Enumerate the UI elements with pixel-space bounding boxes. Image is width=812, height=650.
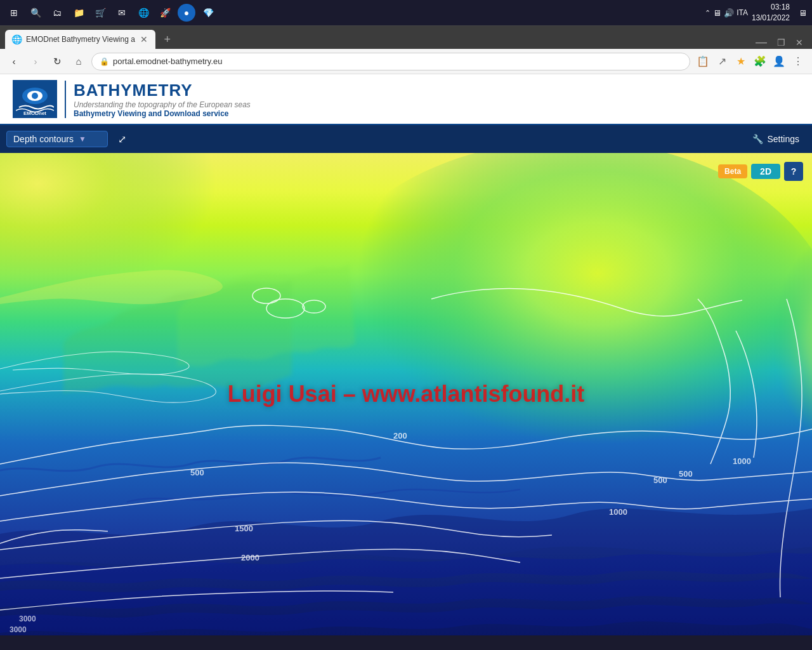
url-bar[interactable]: 🔒 portal.emodnet-bathymetry.eu — [91, 53, 690, 70]
taskbar-right: ⌃ 🖥 🔊 ITA 03:18 13/01/2022 🖥 — [705, 2, 807, 23]
svg-text:1000: 1000 — [609, 507, 627, 517]
logo-area: EMODnet BATHYMETRY Understanding the top… — [13, 80, 251, 118]
rocket-icon[interactable]: 🚀 — [156, 4, 174, 22]
taskbar: ⊞ 🔍 🗂 📁 🛒 ✉ 🌐 🚀 ● 💎 ⌃ 🖥 🔊 ITA 03:18 13/0… — [0, 0, 812, 25]
menu-icon[interactable]: ⋮ — [789, 53, 807, 70]
system-tray: ⌃ 🖥 🔊 ITA — [705, 8, 748, 18]
tray-screen[interactable]: 🖥 — [713, 8, 721, 18]
2d-view-button[interactable]: 2D — [751, 164, 780, 179]
forward-button[interactable]: › — [27, 53, 44, 70]
beta-badge[interactable]: Beta — [718, 164, 747, 178]
date-display: 13/01/2022 — [752, 13, 790, 23]
language-indicator[interactable]: ITA — [737, 8, 748, 17]
settings-wrench-icon: 🔧 — [752, 134, 763, 144]
active-tab[interactable]: 🌐 EMODnet Bathymetry Viewing a ✕ — [5, 30, 155, 49]
search-icon[interactable]: 🔍 — [27, 4, 44, 22]
svg-text:200: 200 — [393, 431, 407, 441]
browser-chrome: 🌐 EMODnet Bathymetry Viewing a ✕ + — ❐ ✕… — [0, 25, 812, 74]
svg-point-2 — [32, 93, 38, 99]
home-button[interactable]: ⌂ — [70, 53, 88, 70]
map-overlay-buttons: Beta 2D ? — [718, 162, 803, 181]
bookmark-icon[interactable]: ★ — [732, 53, 750, 70]
map-area[interactable]: 200 500 500 500 1000 1000 1500 2000 — [0, 153, 812, 635]
profile-icon[interactable]: 👤 — [770, 53, 788, 70]
settings-label: Settings — [767, 134, 799, 144]
nav-bar: ‹ › ↻ ⌂ 🔒 portal.emodnet-bathymetry.eu 📋… — [0, 49, 812, 74]
cast-icon[interactable]: 📋 — [694, 53, 712, 70]
svg-text:EMODnet: EMODnet — [23, 110, 46, 115]
clock[interactable]: 03:18 13/01/2022 — [752, 2, 790, 23]
gem-icon[interactable]: 💎 — [199, 4, 217, 22]
emodnet-logo-icon: EMODnet — [13, 80, 57, 118]
svg-text:500: 500 — [679, 469, 693, 479]
share-icon[interactable]: ↗ — [713, 53, 731, 70]
svg-text:1000: 1000 — [733, 456, 751, 466]
close-button[interactable]: ✕ — [792, 37, 807, 48]
tab-favicon: 🌐 — [11, 34, 22, 44]
bathymetry-map: 200 500 500 500 1000 1000 1500 2000 — [0, 153, 812, 635]
site-header: EMODnet BATHYMETRY Understanding the top… — [0, 74, 812, 125]
minimize-button[interactable]: — — [752, 36, 771, 49]
depth-contours-dropdown[interactable]: Depth contours ▼ — [6, 131, 108, 147]
tab-close-button[interactable]: ✕ — [139, 33, 149, 46]
tray-speaker[interactable]: 🔊 — [724, 8, 734, 18]
site-subtitle1: Understanding the topography of the Euro… — [74, 100, 251, 109]
svg-text:3000: 3000 — [19, 614, 36, 623]
browser-edge-icon[interactable]: 🌐 — [134, 4, 152, 22]
svg-text:500: 500 — [190, 468, 204, 477]
taskbar-left: ⊞ 🔍 🗂 📁 🛒 ✉ 🌐 🚀 ● 💎 — [5, 4, 217, 22]
refresh-button[interactable]: ↻ — [48, 53, 66, 70]
taskview-icon[interactable]: 🗂 — [48, 4, 66, 22]
svg-text:500: 500 — [653, 475, 667, 485]
secure-lock-icon: 🔒 — [100, 57, 109, 66]
time-display: 03:18 — [752, 2, 790, 13]
logo-text-area: BATHYMETRY Understanding the topography … — [65, 81, 251, 118]
help-button[interactable]: ? — [784, 162, 803, 181]
notification-icon[interactable]: 🖥 — [799, 8, 807, 18]
new-tab-button[interactable]: + — [158, 30, 177, 49]
expand-button[interactable]: ⤢ — [112, 129, 132, 149]
map-toolbar: Depth contours ▼ ⤢ 🔧 Settings — [0, 125, 812, 153]
settings-button[interactable]: 🔧 Settings — [746, 131, 806, 147]
start-button[interactable]: ⊞ — [5, 4, 23, 22]
mail-icon[interactable]: ✉ — [113, 4, 131, 22]
tab-label: EMODnet Bathymetry Viewing a — [26, 35, 135, 44]
chrome-icon[interactable]: ● — [178, 4, 195, 22]
tab-bar: 🌐 EMODnet Bathymetry Viewing a ✕ + — ❐ ✕ — [0, 26, 812, 49]
dropdown-label: Depth contours — [13, 134, 74, 144]
dropdown-arrow-icon: ▼ — [79, 135, 86, 143]
svg-text:1500: 1500 — [235, 524, 253, 533]
browser-action-icons: 📋 ↗ ★ 🧩 👤 ⋮ — [694, 53, 807, 70]
store-icon[interactable]: 🛒 — [91, 4, 109, 22]
restore-button[interactable]: ❐ — [773, 37, 789, 48]
site-subtitle2: Bathymetry Viewing and Download service — [74, 109, 251, 118]
extensions-icon[interactable]: 🧩 — [751, 53, 769, 70]
back-button[interactable]: ‹ — [5, 53, 23, 70]
files-icon[interactable]: 📁 — [70, 4, 88, 22]
svg-text:3000: 3000 — [10, 625, 27, 634]
url-text: portal.emodnet-bathymetry.eu — [113, 56, 222, 66]
tray-arrow[interactable]: ⌃ — [705, 9, 710, 17]
site-title: BATHYMETRY — [74, 81, 251, 100]
svg-text:2000: 2000 — [241, 553, 259, 562]
